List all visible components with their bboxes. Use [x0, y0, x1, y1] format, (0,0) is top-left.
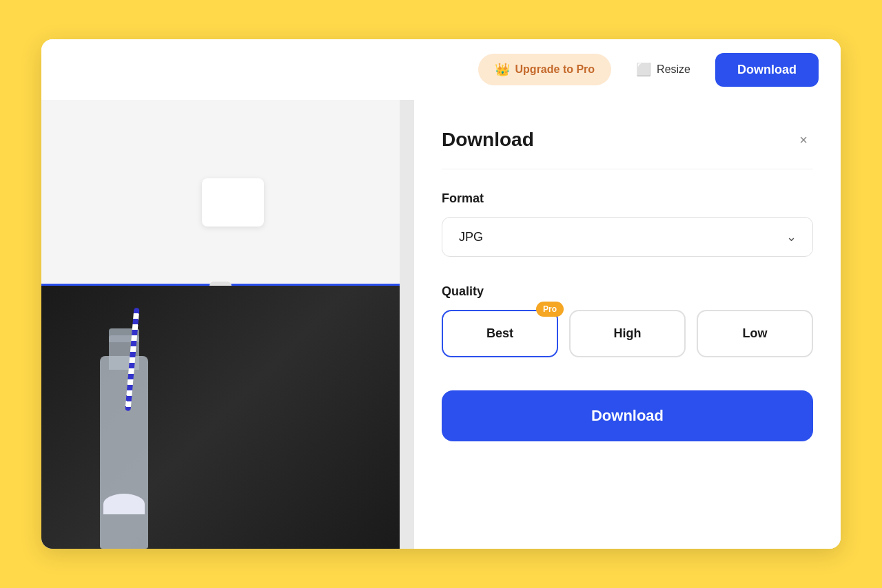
- quality-options: Pro Best High Low: [442, 310, 813, 357]
- top-bar: 👑 Upgrade to Pro ⬜ Resize Download: [41, 39, 841, 100]
- resize-button[interactable]: ⬜ Resize: [622, 54, 704, 85]
- format-section: Format JPG PNG WebP SVG ⌄: [442, 191, 813, 257]
- canvas-card: [202, 178, 264, 227]
- download-action-label: Download: [591, 407, 664, 424]
- quality-high-label: High: [614, 326, 642, 340]
- image-bottom-area: [41, 286, 400, 549]
- panel-title: Download: [442, 129, 534, 151]
- format-select[interactable]: JPG PNG WebP SVG: [442, 217, 813, 257]
- app-container: 👑 Upgrade to Pro ⬜ Resize Download: [41, 39, 841, 549]
- close-button[interactable]: ×: [794, 127, 813, 152]
- image-top-area: [41, 100, 400, 286]
- download-header-label: Download: [737, 63, 797, 76]
- download-header-button[interactable]: Download: [715, 53, 819, 87]
- resize-label: Resize: [657, 63, 690, 76]
- format-select-wrapper: JPG PNG WebP SVG ⌄: [442, 217, 813, 257]
- panel-header: Download ×: [442, 127, 813, 169]
- quality-best-button[interactable]: Pro Best: [442, 310, 558, 357]
- crown-icon: 👑: [495, 62, 510, 77]
- quality-high-button[interactable]: High: [569, 310, 686, 357]
- upgrade-label: Upgrade to Pro: [515, 63, 595, 76]
- quality-section: Quality Pro Best High Low: [442, 284, 813, 357]
- quality-best-label: Best: [486, 326, 513, 340]
- download-action-button[interactable]: Download: [442, 390, 813, 441]
- milk-bottle-image: [83, 328, 165, 549]
- quality-low-button[interactable]: Low: [697, 310, 813, 357]
- format-label: Format: [442, 191, 813, 206]
- canvas-area: Download × Format JPG PNG WebP SVG ⌄: [41, 100, 841, 549]
- pro-badge: Pro: [536, 302, 564, 317]
- image-preview: [41, 100, 400, 549]
- close-icon: ×: [799, 132, 808, 147]
- download-panel: Download × Format JPG PNG WebP SVG ⌄: [413, 100, 841, 549]
- upgrade-to-pro-button[interactable]: 👑 Upgrade to Pro: [478, 54, 612, 85]
- resize-icon: ⬜: [636, 62, 651, 77]
- quality-low-label: Low: [743, 326, 768, 340]
- quality-label: Quality: [442, 284, 813, 299]
